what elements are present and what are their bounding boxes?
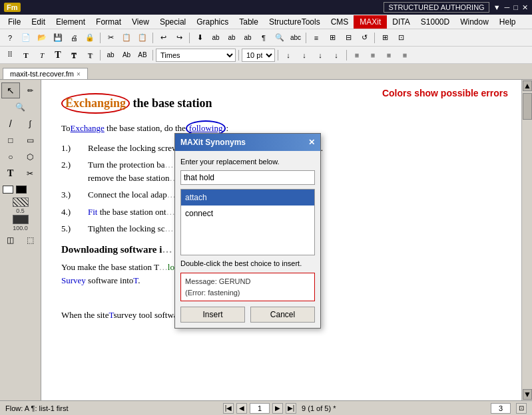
curve-tool[interactable]: ∫ [21, 116, 40, 132]
next-page-btn[interactable]: ▶ [272, 403, 283, 414]
spell-btn[interactable]: abc [288, 31, 303, 45]
menu-structuretools[interactable]: StructureTools [264, 16, 326, 28]
polygon-tool[interactable]: ⬡ [21, 149, 40, 165]
arrow-down1[interactable]: ↓ [281, 49, 296, 62]
stroke-color[interactable] [16, 186, 27, 194]
scissors-tool[interactable]: ✂ [21, 166, 40, 182]
paragraph-btn[interactable]: ¶ [256, 31, 271, 45]
page-nav: |◀ ◀ ▶ ▶| [223, 403, 296, 414]
menu-table[interactable]: Table [234, 16, 264, 28]
dialog-error-box: Message: GERUND (Error: fastening) [180, 273, 315, 301]
arrow-down3[interactable]: ↓ [313, 49, 328, 62]
format-Ab[interactable]: Ab [119, 49, 134, 62]
first-page-btn[interactable]: |◀ [223, 403, 234, 414]
ab2-btn[interactable]: ab [224, 31, 239, 45]
menu-view[interactable]: View [127, 16, 154, 28]
print-btn[interactable]: 🖨 [67, 31, 81, 45]
align-left[interactable]: ≡ [350, 49, 364, 62]
copy-btn[interactable]: 📋 [119, 31, 134, 45]
zoom-input[interactable] [491, 403, 511, 414]
select-tool[interactable]: ↖ [1, 82, 20, 98]
scroll-down-btn[interactable]: ▼ [523, 389, 532, 400]
italic-T[interactable]: T [35, 49, 49, 62]
scroll-up-btn[interactable]: ▲ [523, 80, 532, 91]
ellipse-tool[interactable]: ○ [1, 149, 20, 165]
open-btn[interactable]: 📂 [35, 31, 49, 45]
minimize-btn[interactable]: ─ [505, 3, 510, 11]
menu-graphics[interactable]: Graphics [191, 16, 234, 28]
bold-T2[interactable]: T [51, 49, 65, 62]
shadow-T[interactable]: T [83, 49, 97, 62]
redo-btn[interactable]: ↪ [172, 31, 186, 45]
size-select[interactable]: 10 pt [242, 49, 275, 62]
menu-cms[interactable]: CMS [326, 16, 354, 28]
last-page-btn[interactable]: ▶| [286, 403, 296, 414]
prev-page-btn[interactable]: ◀ [236, 403, 247, 414]
menu-help[interactable]: Help [494, 16, 521, 28]
font-select[interactable]: Times [156, 49, 236, 62]
menu-dita[interactable]: DITA [387, 16, 415, 28]
undo-btn[interactable]: ↩ [156, 31, 170, 45]
table-btn[interactable]: ⊞ [325, 31, 340, 45]
extra1-btn[interactable]: ⊞ [378, 31, 392, 45]
align-justify[interactable]: ≡ [398, 49, 412, 62]
scroll-thumb[interactable] [523, 93, 532, 120]
pattern2[interactable] [13, 215, 29, 224]
page-input[interactable] [250, 403, 270, 414]
align-right[interactable]: ≡ [382, 49, 396, 62]
text-tool[interactable]: T [1, 166, 20, 182]
save-btn[interactable]: 💾 [51, 31, 65, 45]
insert-btn[interactable]: Insert [180, 307, 245, 323]
outline-T[interactable]: T [67, 49, 81, 62]
line-tool[interactable]: / [1, 116, 20, 132]
refresh-btn[interactable]: ↺ [357, 31, 372, 45]
table2-btn[interactable]: ⊟ [341, 31, 356, 45]
dialog-close-btn[interactable]: ✕ [308, 136, 315, 148]
cut-btn[interactable]: ✂ [103, 31, 118, 45]
zoom-tool[interactable]: 🔍 [11, 99, 30, 115]
menu-edit[interactable]: Edit [26, 16, 51, 28]
lock-btn[interactable]: 🔒 [83, 31, 97, 45]
fill-color[interactable] [3, 186, 13, 194]
tab-close-btn[interactable]: × [77, 70, 81, 78]
cancel-btn[interactable]: Cancel [250, 307, 315, 323]
pattern1[interactable] [13, 198, 29, 207]
ab1-btn[interactable]: ab [208, 31, 223, 45]
align-center[interactable]: ≡ [366, 49, 380, 62]
ab3-btn[interactable]: ab [240, 31, 255, 45]
paste-btn[interactable]: 📋 [135, 31, 150, 45]
nav-extra-btn[interactable]: ⊡ [516, 403, 527, 414]
menu-file[interactable]: File [3, 16, 26, 28]
extra2-btn[interactable]: ⊡ [394, 31, 408, 45]
format-AB[interactable]: AB [135, 49, 150, 62]
edit-tool[interactable]: ✏ [21, 82, 40, 98]
dialog-input[interactable] [180, 170, 315, 185]
dialog-list-item-attach[interactable]: attach [181, 190, 314, 206]
dialog-list-item-connect[interactable]: connect [181, 206, 314, 221]
new-btn[interactable]: 📄 [19, 31, 33, 45]
close-btn[interactable]: ✕ [522, 3, 528, 12]
search-btn[interactable]: 🔍 [272, 31, 287, 45]
rect-tool[interactable]: □ [1, 132, 20, 148]
snap1[interactable]: ◫ [1, 232, 20, 248]
menu-special[interactable]: Special [154, 16, 191, 28]
vertical-scrollbar[interactable]: ▲ ▼ [521, 80, 532, 400]
arrow-down2[interactable]: ↓ [297, 49, 312, 62]
menu-window[interactable]: Window [455, 16, 494, 28]
round-rect-tool[interactable]: ▭ [21, 132, 40, 148]
document-tab[interactable]: maxit-tst.recover.fm × [3, 68, 88, 79]
import-btn[interactable]: ⬇ [192, 31, 207, 45]
format-ab1[interactable]: ab [103, 49, 118, 62]
help-btn[interactable]: ? [3, 31, 17, 45]
bold-T1[interactable]: T [19, 49, 33, 62]
maximize-btn[interactable]: □ [513, 3, 518, 11]
menu-element[interactable]: Element [51, 16, 91, 28]
menu-maxit[interactable]: MAXit [354, 15, 387, 29]
menu-format[interactable]: Format [91, 16, 127, 28]
dialog-list[interactable]: attach connect [180, 189, 315, 255]
dropdown-arrow[interactable]: ▼ [493, 3, 501, 11]
menu-s1000d[interactable]: S1000D [415, 16, 455, 28]
align-btn[interactable]: ≡ [309, 31, 324, 45]
arrow-down4[interactable]: ↓ [329, 49, 344, 62]
snap2[interactable]: ⬚ [21, 232, 40, 248]
